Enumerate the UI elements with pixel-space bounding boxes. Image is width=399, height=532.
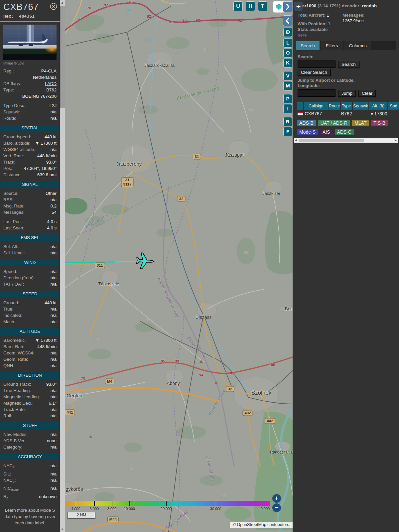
filter-ads-b[interactable]: ADS-B bbox=[297, 120, 316, 126]
map-button-i[interactable]: I bbox=[284, 104, 292, 113]
road-km-marker: 92 bbox=[238, 18, 242, 22]
tar1090-link[interactable]: tar1090 bbox=[301, 3, 316, 8]
openstreetmap-link[interactable]: OpenStreetMap bbox=[237, 522, 266, 527]
filter-ads-c[interactable]: ADS-C bbox=[335, 129, 354, 135]
legend-tick bbox=[76, 501, 76, 506]
callsign-cell[interactable]: CXB767 bbox=[304, 110, 329, 117]
stats-here-link[interactable]: here bbox=[298, 32, 307, 38]
scroll-left-icon[interactable]: ◀ bbox=[294, 138, 298, 143]
zoom-out-button[interactable]: − bbox=[272, 503, 281, 512]
detail-row: Nav. Modes:n/a bbox=[0, 431, 60, 438]
map-town-label: gykörös bbox=[66, 486, 83, 492]
search-button[interactable]: Search bbox=[338, 61, 359, 68]
detail-label: Baro. altitude: bbox=[3, 140, 30, 146]
detail-row: Distance:639.8 nmi bbox=[0, 172, 60, 178]
table-row[interactable]: CXB767B762▼17300 bbox=[297, 110, 399, 117]
clear-search-button[interactable]: Clear Search bbox=[298, 69, 331, 76]
map-button-f[interactable]: F bbox=[284, 127, 292, 136]
table-scroll-thumb[interactable] bbox=[299, 139, 364, 142]
detail-row: Vert. Rate:-448 ft/min bbox=[0, 153, 60, 159]
zoom-in-button[interactable]: + bbox=[272, 494, 281, 503]
filter-uat-ads-r[interactable]: UAT / ADS-R bbox=[318, 120, 350, 126]
jump-clear-button[interactable]: Clear bbox=[358, 90, 376, 97]
column-header-Route[interactable]: Route bbox=[329, 102, 340, 110]
map-button-m[interactable]: M bbox=[284, 81, 292, 90]
jump-button[interactable]: Jump bbox=[338, 90, 356, 97]
column-header-Callsign[interactable]: Callsign bbox=[304, 102, 328, 110]
map-button-v[interactable]: V bbox=[284, 71, 292, 80]
readsb-link[interactable]: readsb bbox=[362, 3, 377, 8]
detail-label: TAT / OAT: bbox=[3, 281, 24, 287]
sidebar-scroll-thumb[interactable] bbox=[60, 6, 65, 108]
map-town-label: Újszász bbox=[195, 315, 211, 320]
road-badge: 32 bbox=[226, 386, 234, 392]
expand-right-icon[interactable] bbox=[283, 2, 292, 12]
map-button-t[interactable]: T bbox=[258, 2, 267, 11]
column-header-flag[interactable] bbox=[297, 102, 303, 110]
detail-row: Msg. Rate:0.2 bbox=[0, 203, 60, 209]
detail-row: Sel. Alt.:n/a bbox=[0, 243, 60, 250]
map-button-l[interactable]: L bbox=[284, 39, 292, 47]
detail-value: n/a bbox=[51, 312, 57, 319]
map-button-h[interactable]: H bbox=[246, 2, 255, 11]
sidebar-scrollbar[interactable]: ▲ ▼ bbox=[60, 0, 65, 532]
detail-value: n/a bbox=[51, 250, 57, 256]
detail-value: B762 bbox=[46, 87, 57, 93]
map-button-r[interactable]: R bbox=[284, 117, 292, 126]
column-header-Alt. (ft)[interactable]: Alt. (ft) bbox=[369, 102, 387, 110]
table-horizontal-scrollbar[interactable]: ◀ ▶ bbox=[294, 138, 398, 143]
detail-value: n/a bbox=[51, 406, 57, 413]
scroll-right-icon[interactable]: ▶ bbox=[394, 138, 398, 143]
detail-label: Msg. Rate: bbox=[3, 203, 25, 209]
detail-value: BOEING 767-200 bbox=[22, 93, 57, 99]
detail-row: Track:93.0° bbox=[0, 159, 60, 165]
detail-value: 4.0 s bbox=[47, 225, 57, 231]
detail-value: n/a bbox=[51, 394, 57, 400]
detail-value: n/a bbox=[51, 431, 57, 438]
detail-label: Roll: bbox=[3, 413, 12, 419]
layers-button[interactable] bbox=[273, 1, 284, 12]
close-icon[interactable] bbox=[50, 3, 57, 10]
section-header-altitude: ALTITUDE bbox=[0, 328, 60, 335]
search-input[interactable] bbox=[298, 61, 335, 68]
collapse-left-icon[interactable] bbox=[283, 16, 292, 26]
map-button-k[interactable]: K bbox=[284, 59, 292, 67]
detail-label: NACP: bbox=[3, 463, 16, 471]
map-button-p[interactable]: P bbox=[284, 94, 292, 103]
filter-ais[interactable]: AIS bbox=[320, 129, 332, 135]
detail-row: Category:n/a bbox=[0, 444, 60, 450]
stats-block: Total Aircraft: 1 With Position: 1 Stats… bbox=[293, 8, 399, 38]
detail-label: SIL: bbox=[3, 471, 11, 477]
panel-collapse-button[interactable]: ◀▶ bbox=[294, 2, 303, 11]
detail-value: n/a bbox=[51, 115, 57, 121]
detail-value: n/a bbox=[51, 243, 57, 250]
detail-row: NACV:n/a bbox=[0, 477, 60, 485]
tab-columns[interactable]: Columns bbox=[344, 41, 371, 50]
detail-row: NICBARO:n/a bbox=[0, 485, 60, 493]
route-cell bbox=[329, 110, 340, 117]
column-header-Type[interactable]: Type bbox=[341, 102, 352, 110]
scroll-up-icon[interactable]: ▲ bbox=[60, 0, 65, 5]
filter-tis-b[interactable]: TIS-B bbox=[371, 120, 388, 126]
jump-input[interactable] bbox=[298, 89, 335, 97]
detail-row: Netherlands bbox=[0, 74, 60, 80]
settings-gear-icon[interactable]: ⚙ bbox=[284, 28, 292, 37]
tab-search[interactable]: Search bbox=[296, 41, 320, 50]
detail-value: 47.364°, 19.950° bbox=[24, 165, 57, 172]
info-panel: ◀▶ tar1090 (3.14.1791) decoder: readsb T… bbox=[293, 0, 399, 532]
map-button-o[interactable]: O bbox=[284, 49, 292, 57]
tab-filters[interactable]: Filters bbox=[321, 41, 343, 50]
column-header-Spd[interactable]: Spd bbox=[388, 102, 399, 110]
column-header-Squawk[interactable]: Squawk bbox=[353, 102, 369, 110]
detail-row: Route:n/a bbox=[0, 115, 60, 121]
detail-value[interactable]: LADD bbox=[45, 80, 57, 87]
filter-mlat[interactable]: MLAT bbox=[352, 120, 369, 126]
scroll-down-icon[interactable]: ▼ bbox=[60, 527, 65, 532]
filter-mode-s[interactable]: Mode-S bbox=[297, 129, 318, 135]
map-button-u[interactable]: U bbox=[234, 2, 242, 11]
detail-value[interactable]: P4-CLA bbox=[41, 68, 57, 74]
aircraft-detail-sidebar: CXB767 Hex: 484361 bbox=[0, 0, 60, 532]
road-km-marker: 70 bbox=[81, 376, 85, 380]
filter-row: Mode-SAISADS-C bbox=[293, 126, 399, 135]
map-canvas[interactable]: JászárokszállásJászberényJászapátiJászki… bbox=[65, 0, 293, 532]
